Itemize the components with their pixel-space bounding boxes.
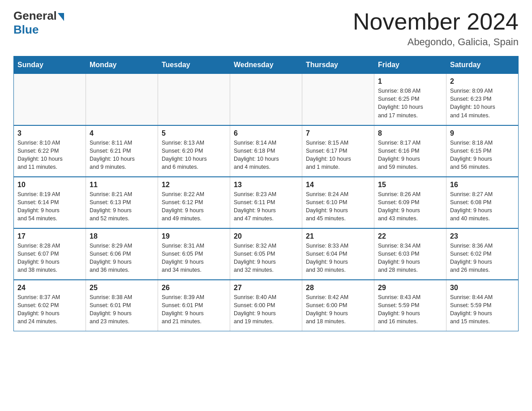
day-info: Sunrise: 8:37 AM Sunset: 6:02 PM Dayligh… xyxy=(17,293,82,326)
calendar-day-cell xyxy=(158,74,230,125)
calendar-day-cell: 11Sunrise: 8:21 AM Sunset: 6:13 PM Dayli… xyxy=(86,177,158,228)
day-info: Sunrise: 8:42 AM Sunset: 6:00 PM Dayligh… xyxy=(306,293,370,326)
day-number: 6 xyxy=(234,129,298,137)
day-info: Sunrise: 8:22 AM Sunset: 6:12 PM Dayligh… xyxy=(162,190,226,223)
day-number: 27 xyxy=(234,284,298,292)
day-info: Sunrise: 8:18 AM Sunset: 6:15 PM Dayligh… xyxy=(450,139,515,171)
day-number: 14 xyxy=(306,181,370,189)
calendar-day-cell: 5Sunrise: 8:13 AM Sunset: 6:20 PM Daylig… xyxy=(158,125,230,177)
calendar-day-cell xyxy=(86,74,158,125)
calendar-day-cell: 14Sunrise: 8:24 AM Sunset: 6:10 PM Dayli… xyxy=(302,177,374,228)
day-number: 29 xyxy=(378,284,442,292)
day-number: 24 xyxy=(17,284,82,292)
day-info: Sunrise: 8:33 AM Sunset: 6:04 PM Dayligh… xyxy=(306,242,370,274)
calendar-day-cell: 21Sunrise: 8:33 AM Sunset: 6:04 PM Dayli… xyxy=(302,228,374,280)
day-info: Sunrise: 8:15 AM Sunset: 6:17 PM Dayligh… xyxy=(306,139,370,171)
day-number: 5 xyxy=(162,129,226,137)
day-info: Sunrise: 8:29 AM Sunset: 6:06 PM Dayligh… xyxy=(90,242,154,274)
day-number: 18 xyxy=(90,232,154,240)
day-info: Sunrise: 8:27 AM Sunset: 6:08 PM Dayligh… xyxy=(450,190,515,223)
day-info: Sunrise: 8:39 AM Sunset: 6:01 PM Dayligh… xyxy=(162,293,226,326)
day-number: 13 xyxy=(234,181,298,189)
calendar-header-row: SundayMondayTuesdayWednesdayThursdayFrid… xyxy=(14,56,519,74)
day-of-week-header: Sunday xyxy=(14,56,86,74)
calendar-day-cell: 12Sunrise: 8:22 AM Sunset: 6:12 PM Dayli… xyxy=(158,177,230,228)
calendar-day-cell: 13Sunrise: 8:23 AM Sunset: 6:11 PM Dayli… xyxy=(230,177,302,228)
day-number: 1 xyxy=(378,77,442,86)
logo-general-text: General xyxy=(13,9,57,23)
day-info: Sunrise: 8:11 AM Sunset: 6:21 PM Dayligh… xyxy=(90,139,154,171)
day-number: 30 xyxy=(450,284,515,292)
calendar-week-row: 17Sunrise: 8:28 AM Sunset: 6:07 PM Dayli… xyxy=(14,228,519,280)
calendar-week-row: 24Sunrise: 8:37 AM Sunset: 6:02 PM Dayli… xyxy=(14,280,519,331)
day-number: 25 xyxy=(90,284,154,292)
calendar-day-cell: 2Sunrise: 8:09 AM Sunset: 6:23 PM Daylig… xyxy=(446,74,519,125)
day-info: Sunrise: 8:23 AM Sunset: 6:11 PM Dayligh… xyxy=(234,190,298,223)
day-number: 28 xyxy=(306,284,370,292)
calendar-day-cell: 17Sunrise: 8:28 AM Sunset: 6:07 PM Dayli… xyxy=(14,228,86,280)
calendar-table: SundayMondayTuesdayWednesdayThursdayFrid… xyxy=(13,56,519,331)
day-of-week-header: Thursday xyxy=(302,56,374,74)
day-number: 3 xyxy=(17,129,82,137)
calendar-day-cell: 20Sunrise: 8:32 AM Sunset: 6:05 PM Dayli… xyxy=(230,228,302,280)
day-number: 2 xyxy=(450,77,515,86)
day-info: Sunrise: 8:28 AM Sunset: 6:07 PM Dayligh… xyxy=(17,242,82,274)
day-number: 9 xyxy=(450,129,515,137)
calendar-day-cell: 29Sunrise: 8:43 AM Sunset: 5:59 PM Dayli… xyxy=(374,280,446,331)
day-info: Sunrise: 8:31 AM Sunset: 6:05 PM Dayligh… xyxy=(162,242,226,274)
day-info: Sunrise: 8:13 AM Sunset: 6:20 PM Dayligh… xyxy=(162,139,226,171)
location-title: Abegondo, Galicia, Spain xyxy=(353,36,519,48)
day-info: Sunrise: 8:40 AM Sunset: 6:00 PM Dayligh… xyxy=(234,293,298,326)
day-info: Sunrise: 8:36 AM Sunset: 6:02 PM Dayligh… xyxy=(450,242,515,274)
calendar-week-row: 1Sunrise: 8:08 AM Sunset: 6:25 PM Daylig… xyxy=(14,74,519,125)
calendar-day-cell: 4Sunrise: 8:11 AM Sunset: 6:21 PM Daylig… xyxy=(86,125,158,177)
day-number: 26 xyxy=(162,284,226,292)
calendar-day-cell xyxy=(302,74,374,125)
day-number: 23 xyxy=(450,232,515,240)
day-number: 20 xyxy=(234,232,298,240)
calendar-day-cell: 19Sunrise: 8:31 AM Sunset: 6:05 PM Dayli… xyxy=(158,228,230,280)
calendar-day-cell: 28Sunrise: 8:42 AM Sunset: 6:00 PM Dayli… xyxy=(302,280,374,331)
day-number: 21 xyxy=(306,232,370,240)
calendar-day-cell: 9Sunrise: 8:18 AM Sunset: 6:15 PM Daylig… xyxy=(446,125,519,177)
day-number: 12 xyxy=(162,181,226,189)
day-of-week-header: Tuesday xyxy=(158,56,230,74)
day-number: 15 xyxy=(378,181,442,189)
calendar-day-cell: 27Sunrise: 8:40 AM Sunset: 6:00 PM Dayli… xyxy=(230,280,302,331)
day-info: Sunrise: 8:38 AM Sunset: 6:01 PM Dayligh… xyxy=(90,293,154,326)
day-number: 22 xyxy=(378,232,442,240)
day-number: 17 xyxy=(17,232,82,240)
calendar-day-cell: 30Sunrise: 8:44 AM Sunset: 5:59 PM Dayli… xyxy=(446,280,519,331)
day-info: Sunrise: 8:09 AM Sunset: 6:23 PM Dayligh… xyxy=(450,87,515,120)
day-info: Sunrise: 8:14 AM Sunset: 6:18 PM Dayligh… xyxy=(234,139,298,171)
calendar-week-row: 10Sunrise: 8:19 AM Sunset: 6:14 PM Dayli… xyxy=(14,177,519,228)
calendar-day-cell: 8Sunrise: 8:17 AM Sunset: 6:16 PM Daylig… xyxy=(374,125,446,177)
calendar-day-cell: 15Sunrise: 8:26 AM Sunset: 6:09 PM Dayli… xyxy=(374,177,446,228)
day-number: 7 xyxy=(306,129,370,137)
logo-arrow-icon xyxy=(58,13,64,21)
day-info: Sunrise: 8:32 AM Sunset: 6:05 PM Dayligh… xyxy=(234,242,298,274)
day-info: Sunrise: 8:08 AM Sunset: 6:25 PM Dayligh… xyxy=(378,87,442,120)
day-number: 8 xyxy=(378,129,442,137)
day-info: Sunrise: 8:19 AM Sunset: 6:14 PM Dayligh… xyxy=(17,190,82,223)
title-block: November 2024 Abegondo, Galicia, Spain xyxy=(353,9,519,48)
calendar-day-cell: 25Sunrise: 8:38 AM Sunset: 6:01 PM Dayli… xyxy=(86,280,158,331)
calendar-day-cell: 6Sunrise: 8:14 AM Sunset: 6:18 PM Daylig… xyxy=(230,125,302,177)
calendar-day-cell: 18Sunrise: 8:29 AM Sunset: 6:06 PM Dayli… xyxy=(86,228,158,280)
calendar-day-cell: 23Sunrise: 8:36 AM Sunset: 6:02 PM Dayli… xyxy=(446,228,519,280)
calendar-day-cell: 22Sunrise: 8:34 AM Sunset: 6:03 PM Dayli… xyxy=(374,228,446,280)
day-info: Sunrise: 8:10 AM Sunset: 6:22 PM Dayligh… xyxy=(17,139,82,171)
page-header: General Blue November 2024 Abegondo, Gal… xyxy=(13,9,519,48)
calendar-day-cell: 26Sunrise: 8:39 AM Sunset: 6:01 PM Dayli… xyxy=(158,280,230,331)
day-number: 11 xyxy=(90,181,154,189)
day-of-week-header: Wednesday xyxy=(230,56,302,74)
day-info: Sunrise: 8:34 AM Sunset: 6:03 PM Dayligh… xyxy=(378,242,442,274)
month-title: November 2024 xyxy=(353,9,519,34)
calendar-day-cell xyxy=(230,74,302,125)
calendar-week-row: 3Sunrise: 8:10 AM Sunset: 6:22 PM Daylig… xyxy=(14,125,519,177)
day-number: 10 xyxy=(17,181,82,189)
day-info: Sunrise: 8:24 AM Sunset: 6:10 PM Dayligh… xyxy=(306,190,370,223)
day-of-week-header: Monday xyxy=(86,56,158,74)
day-info: Sunrise: 8:17 AM Sunset: 6:16 PM Dayligh… xyxy=(378,139,442,171)
day-info: Sunrise: 8:44 AM Sunset: 5:59 PM Dayligh… xyxy=(450,293,515,326)
